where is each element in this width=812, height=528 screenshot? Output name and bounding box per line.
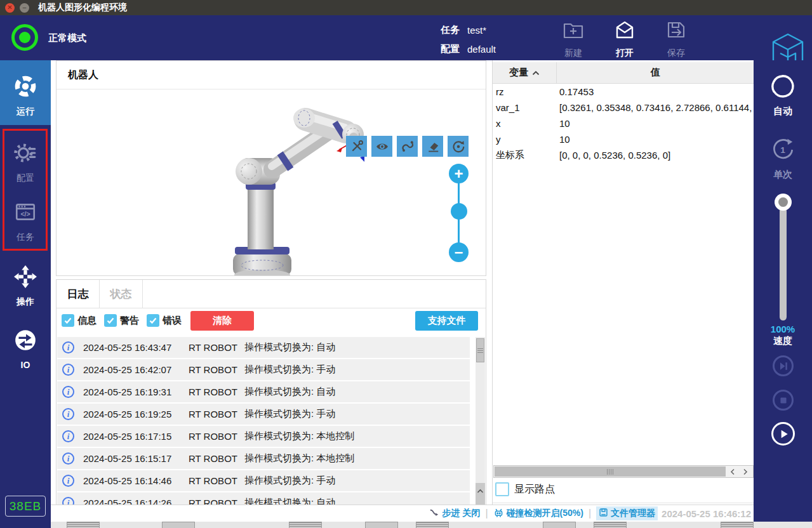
show-waypoints-checkbox[interactable] bbox=[495, 482, 509, 496]
file-manager-icon bbox=[599, 508, 608, 519]
code-window-icon: </> bbox=[13, 200, 37, 227]
zoom-in-button[interactable]: + bbox=[449, 164, 469, 183]
log-source: RT ROBOT bbox=[189, 431, 244, 442]
single-cycle-icon: 1 bbox=[769, 136, 796, 166]
log-panel: 日志 状态 信息 警告 错误 清除 支持文件 i2024-05-25 16:43… bbox=[56, 279, 486, 515]
variable-row[interactable]: x10 bbox=[493, 116, 754, 131]
single-run-button[interactable]: 1 单次 bbox=[754, 136, 812, 181]
speed-value: 100% bbox=[754, 324, 812, 335]
sidebar-item-task[interactable]: </> 任务 bbox=[0, 192, 51, 249]
hscrollbar-thumb[interactable] bbox=[495, 466, 726, 477]
save-button[interactable]: 保存 bbox=[662, 19, 691, 59]
separator: | bbox=[589, 508, 591, 519]
scrollbar-thumb[interactable] bbox=[476, 338, 484, 362]
speed-label: 速度 bbox=[754, 335, 812, 346]
eye-icon[interactable] bbox=[371, 136, 392, 157]
column-header-value[interactable]: 值 bbox=[557, 62, 754, 83]
view-toolbar bbox=[346, 136, 469, 157]
variable-row[interactable]: 坐标系[0, 0, 0, 0.5236, 0.5236, 0] bbox=[493, 147, 754, 163]
step-mode-label: 步进 关闭 bbox=[442, 508, 480, 519]
checkbox-warning[interactable] bbox=[104, 314, 117, 327]
bottom-strip bbox=[51, 522, 812, 528]
variable-row[interactable]: rz0.17453 bbox=[493, 84, 754, 100]
log-source: RT ROBOT bbox=[189, 475, 244, 486]
tools-icon[interactable] bbox=[346, 136, 367, 157]
file-manager-label: 文件管理器 bbox=[611, 508, 655, 519]
filter-label-warning: 警告 bbox=[120, 315, 139, 327]
clear-button[interactable]: 清除 bbox=[190, 311, 254, 331]
log-row[interactable]: i2024-05-25 16:19:31RT ROBOT操作模式切换为: 自动 bbox=[57, 381, 470, 402]
filter-label-info: 信息 bbox=[77, 315, 97, 327]
speed-slider-track[interactable] bbox=[780, 208, 787, 320]
variable-value: [0, 0, 0, 0.5236, 0.5236, 0] bbox=[557, 150, 754, 161]
sidebar-item-io[interactable]: IO bbox=[0, 319, 51, 376]
step-forward-button[interactable] bbox=[773, 355, 794, 376]
reset-view-icon[interactable] bbox=[448, 136, 469, 157]
auto-mode-button[interactable]: 自动 bbox=[754, 73, 812, 117]
scroll-left-button[interactable] bbox=[726, 466, 739, 477]
open-button[interactable]: 打开 bbox=[610, 19, 639, 59]
tab-log[interactable]: 日志 bbox=[57, 280, 100, 308]
log-row[interactable]: i2024-05-25 16:15:17RT ROBOT操作模式切换为: 本地控… bbox=[57, 448, 470, 469]
log-message: 操作模式切换为: 手动 bbox=[244, 475, 335, 487]
variable-value: 10 bbox=[557, 134, 754, 145]
zoom-out-button[interactable]: − bbox=[449, 242, 469, 262]
support-file-button[interactable]: 支持文件 bbox=[415, 311, 478, 331]
log-row[interactable]: i2024-05-25 16:14:46RT ROBOT操作模式切换为: 手动 bbox=[57, 470, 470, 491]
log-row[interactable]: i2024-05-25 16:17:15RT ROBOT操作模式切换为: 本地控… bbox=[57, 426, 470, 447]
separator: | bbox=[485, 508, 488, 519]
info-icon: i bbox=[62, 341, 74, 353]
auto-label: 自动 bbox=[773, 105, 792, 117]
right-sidebar: 自动 1 单次 100% 速度 bbox=[754, 60, 812, 522]
gear-icon bbox=[13, 141, 37, 168]
play-icon bbox=[777, 428, 790, 440]
speed-slider-knob[interactable] bbox=[775, 194, 792, 211]
collision-detection-status[interactable]: 碰撞检测开启(50%) bbox=[493, 508, 583, 520]
play-button[interactable] bbox=[771, 422, 795, 446]
log-row[interactable]: i2024-05-25 16:19:25RT ROBOT操作模式切换为: 手动 bbox=[57, 404, 470, 425]
variable-value: [0.3261, 0.35348, 0.73416, 2.72866, 0.61… bbox=[557, 102, 754, 113]
config-label: 配置 bbox=[441, 43, 460, 55]
scroll-right-button[interactable] bbox=[739, 466, 752, 477]
stop-button[interactable] bbox=[773, 390, 794, 411]
save-button-label: 保存 bbox=[667, 48, 685, 59]
path-icon[interactable] bbox=[397, 136, 418, 157]
column-header-variable[interactable]: 变量 bbox=[493, 62, 557, 83]
speed-display: 100% 速度 bbox=[754, 324, 812, 346]
run-icon bbox=[13, 74, 37, 101]
new-button[interactable]: 新建 bbox=[559, 19, 588, 59]
checkbox-info[interactable] bbox=[62, 314, 74, 327]
tab-status[interactable]: 状态 bbox=[100, 280, 143, 308]
robot-arm-image bbox=[209, 95, 394, 275]
open-icon bbox=[613, 19, 636, 44]
log-timestamp: 2024-05-25 16:17:15 bbox=[83, 431, 189, 442]
file-manager-button[interactable]: 文件管理器 bbox=[596, 506, 658, 520]
checkbox-error[interactable] bbox=[147, 314, 159, 327]
variable-row[interactable]: var_1[0.3261, 0.35348, 0.73416, 2.72866,… bbox=[493, 100, 754, 116]
zoom-slider-knob[interactable] bbox=[451, 203, 467, 220]
sidebar-item-run[interactable]: 运行 bbox=[0, 60, 51, 125]
close-button[interactable]: ✕ bbox=[5, 3, 15, 13]
step-mode-status[interactable]: 步进 关闭 bbox=[429, 508, 480, 520]
collision-label: 碰撞检测开启(50%) bbox=[507, 508, 583, 519]
task-value: test* bbox=[467, 25, 486, 36]
info-icon: i bbox=[62, 452, 74, 465]
new-button-label: 新建 bbox=[564, 48, 582, 59]
save-icon bbox=[665, 19, 688, 44]
left-sidebar: 运行 配置 </> 任务 操作 IO 38EB bbox=[0, 60, 51, 528]
sidebar-item-operate[interactable]: 操作 bbox=[0, 256, 51, 313]
log-row[interactable]: i2024-05-25 16:43:47RT ROBOT操作模式切换为: 自动 bbox=[57, 337, 470, 358]
eraser-icon[interactable] bbox=[422, 136, 443, 157]
scroll-up-button[interactable] bbox=[476, 483, 485, 499]
minimize-button[interactable]: – bbox=[20, 3, 29, 13]
robot-3d-view[interactable]: + − bbox=[57, 90, 486, 275]
clipped-item bbox=[594, 522, 627, 528]
sidebar-item-config[interactable]: 配置 bbox=[0, 133, 51, 190]
variable-header-label: 变量 bbox=[509, 67, 528, 79]
variables-panel: 变量 值 rz0.17453var_1[0.3261, 0.35348, 0.7… bbox=[492, 60, 754, 522]
log-row[interactable]: i2024-05-25 16:42:07RT ROBOT操作模式切换为: 手动 bbox=[57, 359, 470, 380]
open-button-label: 打开 bbox=[616, 48, 634, 59]
header: 正常模式 任务 test* 配置 default 新建 打开 保存 bbox=[0, 15, 812, 60]
variable-row[interactable]: y10 bbox=[493, 131, 754, 147]
auto-swirl-icon bbox=[769, 73, 796, 102]
